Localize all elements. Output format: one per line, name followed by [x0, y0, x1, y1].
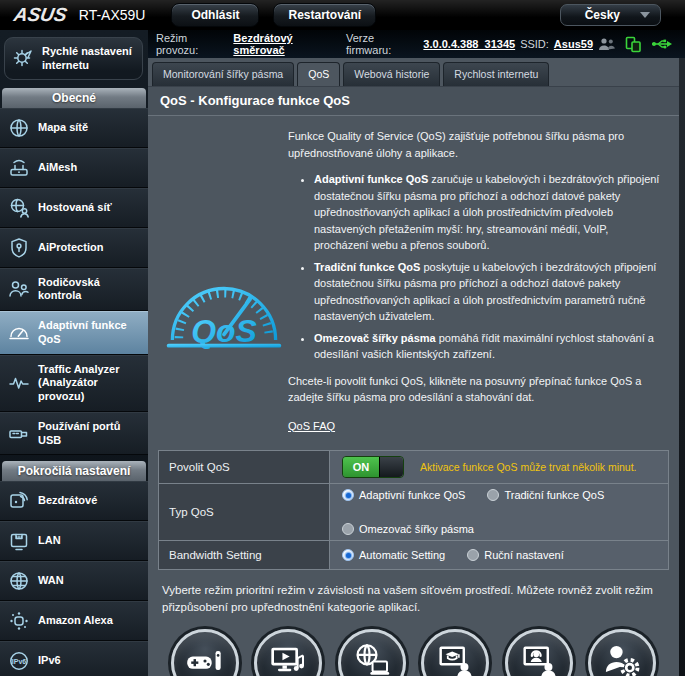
- usb-icon: [7, 422, 31, 446]
- radio-icon: [467, 549, 479, 561]
- tab-web-history[interactable]: Webová historie: [343, 62, 440, 86]
- sidebar: Rychlé nastavení internetu Obecné Mapa s…: [0, 30, 148, 676]
- sidebar-item-wireless[interactable]: Bezdrátové: [0, 481, 148, 521]
- tab-qos[interactable]: QoS: [297, 62, 340, 86]
- speedometer-icon: [7, 321, 31, 345]
- page-title: QoS - Konfigurace funkce QoS: [148, 86, 679, 116]
- sidebar-item-aiprotection[interactable]: AiProtection: [0, 228, 148, 268]
- mode-selector: Hry Streamování médií Proházení webu Lea…: [148, 621, 679, 676]
- operation-mode-label: Režim provozu:: [156, 32, 228, 56]
- router-admin-screen: ASUS RT-AX59U Odhlásit Restartování Česk…: [0, 0, 685, 676]
- network-map-icon: [7, 116, 31, 140]
- alexa-icon: [7, 609, 31, 633]
- content-panel: Monitorování šířky pásma QoS Webová hist…: [148, 58, 679, 676]
- chevron-down-icon: [640, 12, 650, 18]
- mode-web-surfing[interactable]: Proházení webu: [331, 629, 413, 676]
- radio-icon: [342, 489, 354, 501]
- sidebar-item-network-map[interactable]: Mapa sítě: [0, 108, 148, 148]
- lan-icon: [7, 529, 31, 553]
- gear-rocket-icon: [11, 46, 35, 70]
- radio-icon: [342, 523, 354, 535]
- sidebar-item-usb[interactable]: Používání portů USB: [0, 412, 148, 456]
- section-header-general: Obecné: [2, 88, 146, 108]
- wireless-icon: [7, 489, 31, 513]
- usb-icon[interactable]: [651, 37, 673, 51]
- asus-logo: ASUS: [12, 4, 69, 26]
- bullet-traditional-qos: Tradiční funkce QoS poskytuje u kabelový…: [314, 259, 665, 325]
- quick-setup-button[interactable]: Rychlé nastavení internetu: [4, 37, 143, 80]
- svg-text:IPv6: IPv6: [12, 658, 27, 665]
- model-name: RT-AX59U: [79, 7, 146, 23]
- customize-icon: [602, 641, 642, 676]
- sidebar-item-wan[interactable]: WAN: [0, 561, 148, 601]
- web-surfing-icon: [352, 641, 392, 676]
- qos-type-label: Typ QoS: [159, 484, 329, 540]
- ssid-link[interactable]: Asus59: [554, 38, 593, 50]
- parental-controls-icon: [7, 277, 31, 301]
- enable-qos-label: Povolit QoS: [159, 451, 329, 483]
- aimesh-icon: [7, 156, 31, 180]
- media-streaming-icon: [268, 641, 308, 676]
- language-select[interactable]: Česky: [560, 4, 661, 26]
- mode-media-streaming[interactable]: Streamování médií: [247, 629, 329, 676]
- enable-note: Chcete-li povolit funkci QoS, klikněte n…: [288, 373, 665, 406]
- sidebar-item-adaptive-qos[interactable]: Adaptivní funkce QoS: [0, 311, 148, 355]
- bullet-bandwidth-limiter: Omezovač šířky pásma pomáhá řídit maximá…: [314, 330, 665, 363]
- mode-instructions: Vyberte režim prioritní režim v závislos…: [148, 570, 679, 621]
- sidebar-item-ipv6[interactable]: IPv6 IPv6: [0, 641, 148, 676]
- reboot-button[interactable]: Restartování: [273, 3, 376, 27]
- firmware-link[interactable]: 3.0.0.4.388_31345: [423, 38, 515, 50]
- sidebar-item-traffic-analyzer[interactable]: Traffic Analyzer (Analyzátor provozu): [0, 355, 148, 412]
- radio-automatic-setting[interactable]: Automatic Setting: [342, 549, 445, 561]
- operation-mode-link[interactable]: Bezdrátový směrovač: [233, 32, 341, 56]
- statusbar: Režim provozu: Bezdrátový směrovač Verze…: [148, 30, 685, 58]
- sidebar-item-lan[interactable]: LAN: [0, 521, 148, 561]
- tab-bandwidth-monitor[interactable]: Monitorování šířky pásma: [152, 62, 294, 86]
- radio-bandwidth-limiter[interactable]: Omezovač šířky pásma: [342, 523, 474, 535]
- qos-toggle[interactable]: ON: [342, 456, 404, 478]
- clients-icon[interactable]: [598, 36, 616, 52]
- shield-icon: [7, 236, 31, 260]
- svg-text:QoS: QoS: [191, 312, 257, 348]
- mode-customize[interactable]: Customize: [581, 629, 663, 676]
- devices-icon[interactable]: [625, 36, 642, 53]
- settings-table: Povolit QoS ON Aktivace funkce QoS může …: [158, 450, 669, 570]
- work-from-home-icon: [519, 641, 559, 676]
- tab-internet-speed[interactable]: Rychlost internetu: [443, 62, 549, 86]
- language-value: Česky: [585, 8, 620, 22]
- qos-bullet-list: Adaptivní funkce QoS zaručuje u kabelový…: [314, 171, 665, 363]
- topbar: ASUS RT-AX59U Odhlásit Restartování Česk…: [0, 0, 685, 30]
- mode-work-from-home[interactable]: Work-From-Home: [498, 629, 580, 676]
- firmware-label: Verze firmwaru:: [346, 32, 418, 56]
- toggle-knob: [379, 457, 403, 477]
- quick-setup-label: Rychlé nastavení internetu: [42, 44, 136, 73]
- qos-speedometer-logo: QoS: [163, 265, 285, 361]
- guest-network-icon: [7, 196, 31, 220]
- bullet-adaptive-qos: Adaptivní funkce QoS zaručuje u kabelový…: [314, 171, 665, 254]
- bandwidth-setting-radios: Automatic Setting Ruční nastavení: [342, 549, 564, 561]
- wan-icon: [7, 569, 31, 593]
- radio-traditional-qos[interactable]: Tradiční funkce QoS: [487, 489, 604, 501]
- qos-faq-link[interactable]: QoS FAQ: [288, 418, 335, 435]
- sidebar-item-parental-controls[interactable]: Rodičovská kontrola: [0, 268, 148, 312]
- tab-bar: Monitorování šířky pásma QoS Webová hist…: [148, 58, 679, 86]
- sidebar-item-amazon-alexa[interactable]: Amazon Alexa: [0, 601, 148, 641]
- mode-learn-from-home[interactable]: Learn-From-Home: [414, 629, 496, 676]
- sidebar-item-guest-network[interactable]: Hostovaná síť: [0, 188, 148, 228]
- sidebar-item-aimesh[interactable]: AiMesh: [0, 148, 148, 188]
- radio-manual-setting[interactable]: Ruční nastavení: [467, 549, 564, 561]
- intro-text: Funkce Quality of Service (QoS) zajišťuj…: [288, 128, 665, 161]
- radio-icon: [342, 549, 354, 561]
- bandwidth-setting-label: Bandwidth Setting: [159, 541, 329, 569]
- mode-games[interactable]: Hry: [164, 629, 246, 676]
- games-icon: [185, 641, 225, 676]
- ipv6-icon: IPv6: [7, 649, 31, 673]
- logout-button[interactable]: Odhlásit: [171, 3, 259, 27]
- activation-warning: Aktivace funkce QoS může trvat několik m…: [420, 461, 637, 473]
- learn-from-home-icon: [435, 641, 475, 676]
- traffic-analyzer-icon: [7, 371, 31, 395]
- section-header-advanced: Pokročilá nastavení: [2, 461, 146, 481]
- ssid-label: SSID:: [520, 38, 549, 50]
- intro-section: QoS Funkce Quality of Service (QoS) zaji…: [148, 116, 679, 446]
- radio-adaptive-qos[interactable]: Adaptivní funkce QoS: [342, 489, 465, 501]
